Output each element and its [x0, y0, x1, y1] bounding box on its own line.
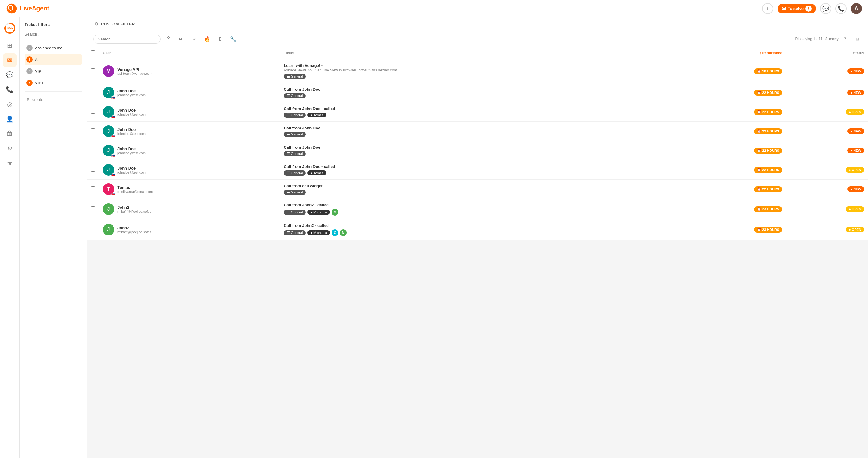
tag-general: ☰ General	[284, 93, 306, 98]
user-cell: J John2 mfkaflf@jfioejioe.sofds	[99, 220, 280, 240]
hours-badge: ⏰ 18 HOURS	[754, 68, 782, 74]
filter-item-assigned[interactable]: 0 Assigned to me	[25, 42, 82, 53]
user-flag: 🇸🇰	[111, 115, 115, 118]
user-name: John Doe	[118, 108, 146, 112]
kb-icon[interactable]: 🏛	[3, 127, 17, 140]
table-row[interactable]: T 🇸🇰 Tomas tomikvarga@gmail.com Call fro…	[87, 179, 868, 199]
row-checkbox-cell	[87, 122, 99, 141]
ticket-title: Call from John2 - called	[284, 223, 670, 228]
user-email: johndoe@test.com	[118, 132, 146, 135]
user-avatar: J 🇸🇰	[103, 106, 115, 118]
importance-cell: ⏰ 23 HOURS	[674, 199, 786, 220]
status-cell: ● NEW	[786, 141, 868, 160]
chat-icon[interactable]: 💬	[3, 68, 17, 81]
user-flag: 🇸🇰	[111, 134, 115, 138]
status-badge: ● NEW	[847, 68, 864, 74]
row-checkbox[interactable]	[91, 109, 95, 114]
status-cell: ● OPEN	[786, 102, 868, 122]
importance-column-header[interactable]: ↑ Importance	[674, 47, 786, 59]
plugins-icon[interactable]: ★	[3, 156, 17, 170]
table-row[interactable]: J John2 mfkaflf@jfioejioe.sofds Call fro…	[87, 220, 868, 240]
select-all-header[interactable]	[87, 47, 99, 59]
status-column-header[interactable]: Status	[786, 47, 868, 59]
ticket-search-input[interactable]	[93, 35, 161, 43]
logo-icon	[6, 3, 17, 14]
delete-toolbar-icon[interactable]: 🗑	[215, 34, 225, 44]
to-solve-button[interactable]: ✉ To solve 6	[777, 4, 816, 13]
status-cell: ● NEW	[786, 179, 868, 199]
settings-icon[interactable]: ⚙	[3, 142, 17, 155]
row-checkbox[interactable]	[91, 186, 95, 191]
refresh-button[interactable]: ↻	[842, 35, 850, 43]
user-cell: J 🇸🇰 John Doe johndoe@test.com	[99, 122, 280, 141]
user-name: John2	[118, 226, 151, 230]
table-row[interactable]: V Vonage API api-team@vonage.com Learn w…	[87, 59, 868, 83]
filter-item-all[interactable]: 9 All	[25, 54, 82, 65]
row-checkbox[interactable]	[91, 90, 95, 94]
table-row[interactable]: J 🇸🇰 John Doe johndoe@test.com Call from…	[87, 83, 868, 102]
user-column-header[interactable]: User	[99, 47, 280, 59]
user-flag: 🇸🇰	[111, 96, 115, 99]
row-checkbox[interactable]	[91, 227, 95, 231]
chat-nav-button[interactable]: 💬	[820, 3, 831, 14]
row-checkbox[interactable]	[91, 206, 95, 211]
user-avatar: J	[103, 203, 115, 215]
row-checkbox[interactable]	[91, 167, 95, 172]
tag-general: ☰ General	[284, 190, 306, 195]
select-all-checkbox[interactable]	[91, 50, 95, 55]
calls-nav-button[interactable]: 📞	[836, 3, 846, 14]
importance-cell: ⏰ 22 HOURS	[674, 102, 786, 122]
filter-label-all: All	[35, 57, 39, 62]
progress-ring: 80%	[4, 22, 16, 34]
table-row[interactable]: J John2 mfkaflf@jfioejioe.sofds Call fro…	[87, 199, 868, 220]
tag-agent-green: M	[332, 209, 338, 216]
filter-item-vip1[interactable]: 7 VIP1	[25, 77, 82, 88]
hours-badge: ⏰ 22 HOURS	[754, 186, 782, 192]
contacts-icon[interactable]: 👤	[3, 112, 17, 126]
status-badge: ● OPEN	[846, 109, 864, 115]
user-avatar-button[interactable]: A	[851, 3, 862, 14]
ticket-column-header[interactable]: Ticket	[280, 47, 674, 59]
logo[interactable]: LiveAgent	[6, 3, 50, 14]
row-checkbox-cell	[87, 160, 99, 179]
hours-badge: ⏰ 22 HOURS	[754, 90, 782, 96]
filter-badge-all: 9	[26, 56, 32, 63]
wrench-toolbar-icon[interactable]: 🔧	[228, 34, 238, 44]
row-checkbox[interactable]	[91, 68, 95, 73]
table-row[interactable]: J 🇸🇰 John Doe johndoe@test.com Call from…	[87, 102, 868, 122]
tag-general: ☰ General	[284, 112, 306, 118]
hours-badge: ⏰ 22 HOURS	[754, 109, 782, 115]
fire-toolbar-icon[interactable]: 🔥	[203, 34, 212, 44]
dashboard-icon[interactable]: ⊞	[3, 39, 17, 52]
ticket-tags: ☰ General● MichaelaCM	[284, 229, 670, 236]
filter-item-vip[interactable]: 0 VIP	[25, 66, 82, 77]
filter-toggle-button[interactable]: ⊟	[853, 35, 862, 43]
tickets-icon[interactable]: ✉	[3, 53, 17, 67]
user-avatar: V	[103, 65, 115, 77]
add-button[interactable]: ＋	[762, 3, 773, 14]
forward-toolbar-icon[interactable]: ⏭	[177, 34, 186, 44]
ticket-list-area: ⏱ ⏭ ✓ 🔥 🗑 🔧 Displaying 1 - 11 of many ↻ …	[87, 31, 868, 240]
ticket-title: Call from John Doe - called	[284, 164, 670, 169]
filter-search-input[interactable]	[25, 31, 82, 38]
user-avatar: J	[103, 224, 115, 235]
filters-panel-title: Ticket filters	[25, 22, 82, 27]
table-row[interactable]: J 🇸🇰 John Doe johndoe@test.com Call from…	[87, 141, 868, 160]
icon-sidebar: 80% ⊞ ✉ 💬 📞 ◎ 👤 🏛 ⚙ ★	[0, 17, 20, 458]
importance-cell: ⏰ 22 HOURS	[674, 141, 786, 160]
resolve-toolbar-icon[interactable]: ✓	[190, 34, 199, 44]
ticket-preview: Vonage News You Can Use View in Browser …	[284, 68, 670, 72]
svg-point-2	[9, 5, 12, 10]
row-checkbox[interactable]	[91, 148, 95, 152]
table-row[interactable]: J 🇸🇰 John Doe johndoe@test.com Call from…	[87, 122, 868, 141]
ticket-table: User Ticket ↑ Importance Status V Vonage…	[87, 47, 868, 240]
ticket-tags: ☰ General	[284, 151, 670, 156]
calls-icon[interactable]: 📞	[3, 83, 17, 96]
row-checkbox[interactable]	[91, 128, 95, 133]
reports-icon[interactable]: ◎	[3, 97, 17, 111]
create-filter-item[interactable]: ⊕ create	[25, 95, 82, 104]
filter-label-vip: VIP	[35, 69, 41, 73]
clock-toolbar-icon[interactable]: ⏱	[164, 34, 174, 44]
table-row[interactable]: J 🇸🇰 John Doe johndoe@test.com Call from…	[87, 160, 868, 179]
user-name: John Doe	[118, 89, 146, 93]
